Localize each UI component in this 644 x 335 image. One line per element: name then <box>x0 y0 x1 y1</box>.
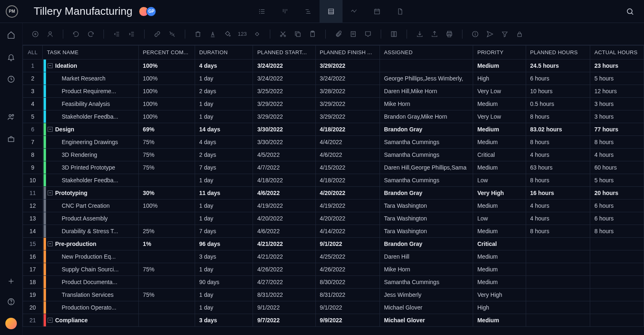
priority-cell[interactable]: Very High <box>473 289 526 301</box>
collapse-toggle[interactable]: − <box>48 190 53 195</box>
planned-hours-cell[interactable]: 10 hours <box>526 85 590 98</box>
app-logo[interactable]: PM <box>6 5 18 18</box>
assigned-cell[interactable]: Michael Glover <box>380 314 473 327</box>
priority-cell[interactable]: Medium <box>473 60 526 72</box>
task-name-cell[interactable]: Market Research <box>43 72 139 85</box>
start-cell[interactable]: 4/5/2022 <box>253 149 315 161</box>
actual-hours-cell[interactable] <box>590 276 644 289</box>
row-number[interactable]: 14 <box>23 225 43 238</box>
planned-hours-cell[interactable]: 83.02 hours <box>526 123 590 136</box>
row-number[interactable]: 5 <box>23 110 43 123</box>
percent-cell[interactable]: 75% <box>138 289 195 301</box>
task-name-cell[interactable]: −Design <box>43 123 139 136</box>
percent-cell[interactable]: 100% <box>138 85 195 98</box>
planned-hours-cell[interactable] <box>526 238 590 250</box>
team-icon[interactable] <box>7 112 16 122</box>
actual-hours-cell[interactable]: 23 hours <box>590 60 644 72</box>
task-name-cell[interactable]: 3D Printed Prototype <box>43 161 139 174</box>
priority-cell[interactable]: Very Low <box>473 85 526 98</box>
percent-cell[interactable]: 100% <box>138 60 195 72</box>
priority-cell[interactable]: Very High <box>473 187 526 200</box>
planned-hours-cell[interactable]: 4 hours <box>526 149 590 161</box>
percent-cell[interactable]: 100% <box>138 72 195 85</box>
planned-hours-cell[interactable]: 8 hours <box>526 174 590 187</box>
view-list-icon[interactable] <box>251 0 274 23</box>
assigned-cell[interactable]: Jess Wimberly <box>380 289 473 301</box>
row-number[interactable]: 9 <box>23 161 43 174</box>
percent-cell[interactable]: 100% <box>138 98 195 110</box>
actual-hours-cell[interactable] <box>590 301 644 314</box>
start-cell[interactable]: 3/29/2022 <box>253 98 315 110</box>
duration-cell[interactable]: 1 day <box>195 301 253 314</box>
actual-hours-cell[interactable]: 6 hours <box>590 200 644 212</box>
task-name-cell[interactable]: −Compliance <box>43 314 139 327</box>
assigned-cell[interactable] <box>380 60 473 72</box>
percent-cell[interactable] <box>138 250 195 263</box>
col-start[interactable]: PLANNED START... <box>253 46 315 60</box>
start-cell[interactable]: 8/31/2022 <box>253 289 315 301</box>
percent-cell[interactable] <box>138 314 195 327</box>
duration-cell[interactable]: 3 days <box>195 250 253 263</box>
user-avatar[interactable] <box>5 318 17 329</box>
actual-hours-cell[interactable] <box>590 263 644 276</box>
task-name-cell[interactable]: Production Operato... <box>43 301 139 314</box>
finish-cell[interactable]: 4/18/2022 <box>315 174 380 187</box>
col-assigned[interactable]: ASSIGNED <box>380 46 473 60</box>
priority-cell[interactable]: Medium <box>473 98 526 110</box>
col-priority[interactable]: PRIORITY <box>473 46 526 60</box>
row-number[interactable]: 1 <box>23 60 43 72</box>
task-table[interactable]: ALL TASK NAME PERCENT COM... DURATION PL… <box>23 45 644 335</box>
planned-hours-cell[interactable]: 63 hours <box>526 161 590 174</box>
finish-cell[interactable]: 4/20/2022 <box>315 212 380 225</box>
link-button[interactable] <box>151 28 163 40</box>
table-row[interactable]: 15−Pre-production1%96 days4/21/20229/1/2… <box>23 238 644 250</box>
finish-cell[interactable]: 3/29/2022 <box>315 110 380 123</box>
assigned-cell[interactable]: Brandon Gray <box>380 123 473 136</box>
col-all[interactable]: ALL <box>23 46 43 60</box>
row-number[interactable]: 6 <box>23 123 43 136</box>
start-cell[interactable]: 4/21/2022 <box>253 238 315 250</box>
collapse-toggle[interactable]: − <box>48 127 53 132</box>
start-cell[interactable]: 3/29/2022 <box>253 110 315 123</box>
task-name-cell[interactable]: CNC Part Creation <box>43 200 139 212</box>
finish-cell[interactable]: 3/28/2022 <box>315 85 380 98</box>
table-row[interactable]: 12CNC Part Creation100%1 day4/19/20224/1… <box>23 200 644 212</box>
priority-cell[interactable]: High <box>473 72 526 85</box>
assigned-cell[interactable]: Tara Washington <box>380 225 473 238</box>
finish-cell[interactable]: 4/6/2022 <box>315 149 380 161</box>
view-calendar-icon[interactable] <box>366 0 389 23</box>
finish-cell[interactable]: 8/31/2022 <box>315 289 380 301</box>
assigned-cell[interactable]: Samantha Cummings <box>380 276 473 289</box>
row-number[interactable]: 11 <box>23 187 43 200</box>
table-row[interactable]: 7Engineering Drawings75%4 days3/30/20224… <box>23 136 644 149</box>
planned-hours-cell[interactable]: 6 hours <box>526 72 590 85</box>
priority-cell[interactable]: Medium <box>473 123 526 136</box>
actual-hours-cell[interactable]: 8 hours <box>590 136 644 149</box>
col-finish[interactable]: PLANNED FINISH ... <box>315 46 380 60</box>
priority-cell[interactable]: Low <box>473 174 526 187</box>
send-button[interactable] <box>484 28 496 40</box>
start-cell[interactable]: 4/7/2022 <box>253 161 315 174</box>
table-row[interactable]: 6−Design69%14 days3/30/20224/18/2022Bran… <box>23 123 644 136</box>
assigned-cell[interactable]: Daren Hill <box>380 250 473 263</box>
col-taskname[interactable]: TASK NAME <box>43 46 139 60</box>
duration-cell[interactable]: 2 days <box>195 85 253 98</box>
row-number[interactable]: 18 <box>23 276 43 289</box>
actual-hours-cell[interactable]: 77 hours <box>590 123 644 136</box>
finish-cell[interactable]: 4/26/2022 <box>315 263 380 276</box>
briefcase-icon[interactable] <box>7 135 16 144</box>
view-gantt-icon[interactable] <box>297 0 320 23</box>
outdent-button[interactable] <box>110 28 123 40</box>
finish-cell[interactable]: 9/1/2022 <box>315 238 380 250</box>
actual-hours-cell[interactable] <box>590 238 644 250</box>
task-name-cell[interactable]: Product Requireme... <box>43 85 139 98</box>
table-row[interactable]: 13Product Assembly1 day4/20/20224/20/202… <box>23 212 644 225</box>
cut-button[interactable] <box>277 28 289 40</box>
duration-cell[interactable]: 1 day <box>195 72 253 85</box>
finish-cell[interactable]: 3/29/2022 <box>315 98 380 110</box>
actual-hours-cell[interactable]: 20 hours <box>590 187 644 200</box>
table-row[interactable]: 1−Ideation100%4 days3/24/20223/29/2022Me… <box>23 60 644 72</box>
comment-button[interactable] <box>362 28 374 40</box>
collapse-toggle[interactable]: − <box>48 318 53 323</box>
assigned-cell[interactable]: Michael Glover <box>380 301 473 314</box>
